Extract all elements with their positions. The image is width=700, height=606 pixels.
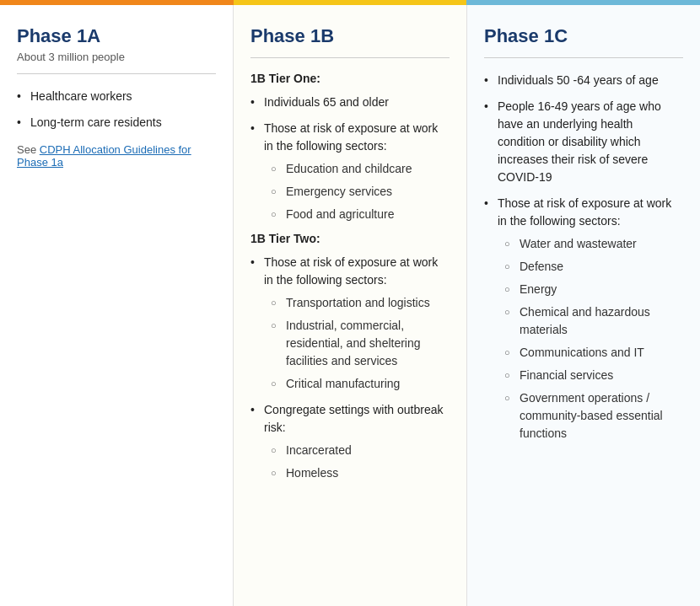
sub-item-text: Critical manufacturing (286, 377, 400, 390)
sub-list-item: Communications and IT (504, 344, 683, 362)
sub-list-item: Education and childcare (271, 160, 450, 178)
list-item: Healthcare workers (17, 88, 216, 105)
cdph-link[interactable]: CDPH Allocation Guidelines for Phase 1a (17, 143, 191, 169)
column-phase-1c: Phase 1C Individuals 50 -64 years of age… (467, 5, 700, 606)
sub-list: Water and wastewater Defense Energy Chem… (504, 235, 683, 442)
sub-item-text: Communications and IT (520, 346, 644, 359)
sub-item-text: Transportation and logistics (286, 296, 430, 309)
link-section-1a: See CDPH Allocation Guidelines for Phase… (17, 143, 216, 169)
sub-item-text: Defense (520, 260, 563, 273)
list-item-text: Healthcare workers (30, 89, 132, 103)
sub-item-text: Financial services (520, 368, 613, 382)
sub-list-item: Water and wastewater (504, 235, 683, 253)
link-prefix: See (17, 143, 40, 156)
sub-list-item: Defense (504, 258, 683, 276)
list-item-text: Those at risk of exposure at work in the… (264, 121, 438, 153)
page-wrapper: Phase 1A About 3 million people Healthca… (0, 0, 700, 606)
sub-list-item: Food and agriculture (271, 206, 450, 223)
tier-one-heading: 1B Tier One: (250, 72, 450, 85)
columns-container: Phase 1A About 3 million people Healthca… (0, 5, 700, 606)
sub-item-text: Incarcerated (286, 443, 352, 457)
phase-1c-title: Phase 1C (484, 25, 683, 47)
sub-item-text: Government operations / community-based … (520, 391, 663, 440)
phase-1c-list: Individuals 50 -64 years of age People 1… (484, 72, 683, 442)
sub-list-item: Industrial, commercial, residential, and… (271, 317, 450, 370)
list-item: Those at risk of exposure at work in the… (250, 254, 450, 393)
phase-1a-subtitle: About 3 million people (17, 51, 216, 63)
sub-item-text: Homeless (286, 466, 338, 480)
list-item: Individuals 65 and older (250, 94, 450, 111)
phase-1b-title: Phase 1B (250, 25, 450, 47)
sub-list-item: Homeless (271, 464, 450, 482)
tier-two-heading: 1B Tier Two: (250, 232, 450, 245)
list-item-text: Those at risk of exposure at work in the… (264, 255, 438, 287)
sub-item-text: Energy (520, 282, 557, 296)
sub-item-text: Water and wastewater (520, 237, 637, 250)
list-item: Those at risk of exposure at work in the… (484, 195, 683, 442)
sub-list-item: Government operations / community-based … (504, 389, 683, 442)
phase-1a-title: Phase 1A (17, 25, 216, 47)
list-item-text: People 16-49 years of age who have an un… (498, 99, 661, 184)
list-item-text: Individuals 65 and older (264, 95, 389, 109)
list-item-text: Those at risk of exposure at work in the… (498, 196, 671, 228)
sub-list: Transportation and logistics Industrial,… (271, 294, 450, 393)
sub-item-text: Education and childcare (286, 162, 412, 175)
sub-list: Education and childcare Emergency servic… (271, 160, 450, 223)
sub-list-item: Emergency services (271, 183, 450, 201)
sub-list-item: Incarcerated (271, 442, 450, 459)
sub-list-item: Critical manufacturing (271, 375, 450, 393)
list-item: Congregate settings with outbreak risk: … (250, 401, 450, 482)
sub-list-item: Transportation and logistics (271, 294, 450, 312)
list-item: Individuals 50 -64 years of age (484, 72, 683, 89)
list-item-text: Congregate settings with outbreak risk: (264, 403, 443, 434)
phase-1a-list: Healthcare workers Long-term care reside… (17, 88, 216, 131)
column-phase-1a: Phase 1A About 3 million people Healthca… (0, 5, 234, 606)
sub-list-item: Chemical and hazardous materials (504, 303, 683, 339)
phase-1b-tier-one-list: Individuals 65 and older Those at risk o… (250, 94, 450, 223)
phase-1b-tier-two-list: Those at risk of exposure at work in the… (250, 254, 450, 482)
sub-item-text: Chemical and hazardous materials (520, 305, 650, 336)
list-item: People 16-49 years of age who have an un… (484, 98, 683, 186)
sub-list-item: Energy (504, 281, 683, 298)
divider-1c (484, 57, 683, 58)
list-item: Those at risk of exposure at work in the… (250, 120, 450, 223)
sub-list: Incarcerated Homeless (271, 442, 450, 482)
list-item-text: Long-term care residents (30, 115, 162, 129)
sub-list-item: Financial services (504, 367, 683, 384)
sub-item-text: Emergency services (286, 185, 392, 198)
column-phase-1b: Phase 1B 1B Tier One: Individuals 65 and… (234, 5, 467, 606)
list-item: Long-term care residents (17, 114, 216, 131)
sub-item-text: Industrial, commercial, residential, and… (286, 319, 421, 367)
divider-1b (250, 57, 450, 58)
sub-item-text: Food and agriculture (286, 207, 394, 221)
list-item-text: Individuals 50 -64 years of age (498, 73, 659, 87)
divider-1a (17, 73, 216, 74)
